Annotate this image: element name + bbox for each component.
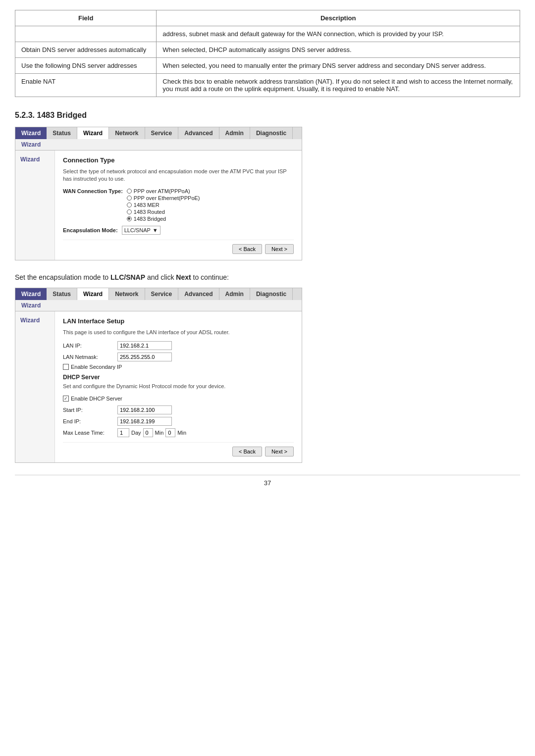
max-lease-label: Max Lease Time:	[63, 430, 117, 436]
page-number: 37	[15, 475, 520, 487]
end-ip-row: End IP:	[63, 417, 294, 426]
lease-min2-input[interactable]	[165, 428, 175, 437]
sub-wizard-2[interactable]: Wizard	[15, 300, 47, 311]
encap-select[interactable]: LLC/SNAP ▼	[122, 226, 160, 235]
field-cell	[15, 26, 157, 42]
radio-1483routed	[127, 209, 132, 214]
radio-1483bridged	[127, 216, 132, 221]
desc-cell: address, subnet mask and default gateway…	[157, 26, 520, 42]
wan-option-pppoatm[interactable]: PPP over ATM(PPPoA)	[127, 188, 200, 194]
router-ui-connection-type: Wizard Status Wizard Network Service Adv…	[15, 127, 302, 260]
encapsulation-mode-row: Encapsulation Mode: LLC/SNAP ▼	[63, 226, 294, 235]
field-cell: Obtain DNS server addresses automaticall…	[15, 42, 157, 58]
panel-desc: Select the type of network protocol and …	[63, 168, 294, 183]
field-description-table: Field Description address, subnet mask a…	[15, 10, 520, 97]
lan-netmask-input[interactable]	[117, 353, 172, 361]
nav-wizard[interactable]: Wizard	[77, 127, 109, 139]
panel2-heading: LAN Interface Setup	[63, 317, 294, 325]
field-cell: Enable NAT	[15, 74, 157, 97]
lan-ip-label: LAN IP:	[63, 343, 117, 349]
lease-time-controls: Day Min Min	[117, 428, 186, 437]
nav2-network[interactable]: Network	[109, 288, 145, 300]
start-ip-row: Start IP:	[63, 405, 294, 414]
button-row: < Back Next >	[63, 240, 294, 254]
enable-dhcp-label: Enable DHCP Server	[71, 396, 122, 402]
dhcp-desc: Set and configure the Dynamic Host Proto…	[63, 383, 294, 390]
end-ip-label: End IP:	[63, 418, 117, 424]
desc-cell: Check this box to enable network address…	[157, 74, 520, 97]
enable-secondary-checkbox[interactable]	[63, 364, 69, 370]
table-row: address, subnet mask and default gateway…	[15, 26, 520, 42]
wizard-label-2: Wizard	[15, 288, 47, 300]
wan-options: PPP over ATM(PPPoA) PPP over Ethernet(PP…	[127, 188, 200, 222]
desc-cell: When selected, DHCP automatically assign…	[157, 42, 520, 58]
start-ip-label: Start IP:	[63, 407, 117, 413]
router-sidebar-2: Wizard	[15, 311, 55, 462]
panel2-desc: This page is used to configure the LAN i…	[63, 329, 294, 336]
table-row: Enable NAT Check this box to enable netw…	[15, 74, 520, 97]
sidebar-wizard-2[interactable]: Wizard	[15, 314, 54, 326]
wan-option-1483mer[interactable]: 1483 MER	[127, 202, 200, 208]
router-sidebar: Wizard	[15, 151, 55, 260]
section-heading: 5.2.3. 1483 Bridged	[15, 111, 520, 120]
radio-1483mer	[127, 202, 132, 207]
nav2-admin[interactable]: Admin	[219, 288, 250, 300]
nav-status[interactable]: Status	[47, 127, 77, 139]
wizard-label: Wizard	[15, 127, 47, 139]
lan-ip-row: LAN IP:	[63, 341, 294, 350]
radio-pppoatm	[127, 189, 132, 194]
end-ip-input[interactable]	[117, 417, 172, 426]
dhcp-heading: DHCP Server	[63, 374, 294, 381]
sidebar-wizard[interactable]: Wizard	[15, 153, 54, 165]
nav2-status[interactable]: Status	[47, 288, 77, 300]
desc-cell: When selected, you need to manually ente…	[157, 58, 520, 74]
wan-type-label: WAN Connection Type:	[63, 188, 123, 194]
wan-connection-type-row: WAN Connection Type: PPP over ATM(PPPoA)…	[63, 188, 294, 222]
sub-wizard[interactable]: Wizard	[15, 139, 47, 150]
enable-dhcp-row[interactable]: Enable DHCP Server	[63, 396, 294, 402]
col-header-description: Description	[157, 10, 520, 26]
enable-secondary-label: Enable Secondary IP	[71, 364, 122, 370]
router-body: Wizard Connection Type Select the type o…	[15, 151, 302, 260]
enable-secondary-row[interactable]: Enable Secondary IP	[63, 364, 294, 370]
lan-netmask-row: LAN Netmask:	[63, 353, 294, 361]
nav-service[interactable]: Service	[145, 127, 179, 139]
day-label: Day	[131, 430, 141, 436]
start-ip-input[interactable]	[117, 405, 172, 414]
back-button[interactable]: < Back	[232, 244, 262, 254]
lease-min1-input[interactable]	[143, 428, 153, 437]
max-lease-row: Max Lease Time: Day Min Min	[63, 428, 294, 437]
nav2-advanced[interactable]: Advanced	[178, 288, 219, 300]
router-sub-nav-2: Wizard	[15, 300, 302, 311]
nav2-wizard[interactable]: Wizard	[77, 288, 109, 300]
back-button-2[interactable]: < Back	[232, 447, 262, 456]
nav-network[interactable]: Network	[109, 127, 145, 139]
prose-text: Set the encapsulation mode to LLC/SNAP a…	[15, 272, 520, 283]
router-content: Connection Type Select the type of netwo…	[55, 151, 302, 260]
router-ui-lan-setup: Wizard Status Wizard Network Service Adv…	[15, 288, 302, 463]
wan-option-1483routed[interactable]: 1483 Routed	[127, 209, 200, 215]
wan-option-pppoe[interactable]: PPP over Ethernet(PPPoE)	[127, 195, 200, 201]
col-header-field: Field	[15, 10, 157, 26]
enable-dhcp-checkbox[interactable]	[63, 396, 69, 402]
router-nav-bar-2: Wizard Status Wizard Network Service Adv…	[15, 288, 302, 300]
router-content-2: LAN Interface Setup This page is used to…	[55, 311, 302, 462]
min-label-2: Min	[177, 430, 186, 436]
min-label-1: Min	[155, 430, 164, 436]
radio-pppoe	[127, 196, 132, 201]
panel-heading: Connection Type	[63, 156, 294, 164]
nav2-service[interactable]: Service	[145, 288, 179, 300]
wan-option-1483bridged[interactable]: 1483 Bridged	[127, 216, 200, 222]
nav2-diagnostic[interactable]: Diagnostic	[250, 288, 293, 300]
nav-diagnostic[interactable]: Diagnostic	[250, 127, 293, 139]
nav-advanced[interactable]: Advanced	[178, 127, 219, 139]
table-row: Obtain DNS server addresses automaticall…	[15, 42, 520, 58]
nav-admin[interactable]: Admin	[219, 127, 250, 139]
lease-day-num-input[interactable]	[117, 428, 129, 437]
lan-ip-input[interactable]	[117, 341, 172, 350]
router-nav-bar: Wizard Status Wizard Network Service Adv…	[15, 127, 302, 139]
next-button-2[interactable]: Next >	[265, 447, 294, 456]
next-button[interactable]: Next >	[265, 244, 294, 254]
button-row-2: < Back Next >	[63, 442, 294, 456]
table-row: Use the following DNS server addresses W…	[15, 58, 520, 74]
